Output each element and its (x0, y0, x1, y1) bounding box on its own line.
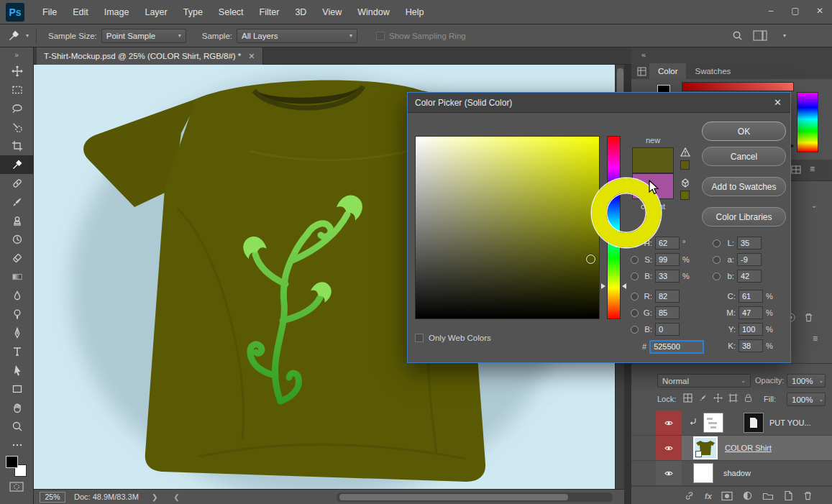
hue-slider-right-arrow-icon[interactable] (622, 283, 626, 289)
horizontal-scrollbar-thumb[interactable] (339, 494, 568, 500)
hue-slider-left-arrow-icon[interactable] (601, 283, 605, 289)
hand-tool[interactable] (0, 398, 34, 417)
dialog-close-icon[interactable]: ✕ (774, 97, 782, 108)
layer-name[interactable]: COLOR Shirt (725, 444, 772, 452)
layers-panel-menu-icon[interactable]: ≡ (813, 334, 818, 344)
web-safe-warning-icon[interactable] (680, 178, 690, 188)
b2-radio[interactable] (631, 326, 639, 334)
color-libraries-button[interactable]: Color Libraries (702, 207, 786, 226)
blend-mode-dropdown[interactable]: Normal ⌄ (657, 374, 751, 388)
path-selection-tool[interactable] (0, 361, 34, 380)
layer-name[interactable]: shadow (723, 469, 751, 477)
show-sampling-ring-checkbox[interactable] (376, 32, 385, 40)
lock-pixels-icon[interactable] (698, 393, 708, 403)
s-input[interactable] (655, 253, 680, 266)
red-channel-ramp[interactable] (682, 82, 794, 91)
menu-3d[interactable]: 3D (287, 0, 314, 24)
dock-collapse-chevrons[interactable]: « (641, 50, 646, 59)
saturation-brightness-field[interactable] (415, 136, 600, 319)
c-input[interactable] (739, 290, 763, 303)
layer-style-fx-button[interactable]: fx (705, 492, 712, 500)
swatch-grid-icon[interactable] (791, 165, 801, 174)
panel-menu-icon[interactable]: ≡ (810, 164, 815, 174)
fill-dropdown[interactable]: 100% ⌄ (787, 393, 826, 406)
minimize-button[interactable]: – (759, 0, 783, 22)
h-input[interactable] (655, 237, 680, 249)
brush-tool[interactable] (0, 193, 34, 211)
layer-row-color-shirt[interactable]: COLOR Shirt (631, 436, 832, 461)
menu-help[interactable]: Help (398, 0, 432, 24)
tab-swatches[interactable]: Swatches (686, 63, 739, 79)
blur-tool[interactable] (0, 286, 34, 305)
scroll-left-arrow-icon[interactable]: ❮ (173, 493, 179, 501)
tab-close-icon[interactable]: ✕ (248, 52, 255, 61)
eyedropper-options-icon[interactable] (7, 29, 20, 42)
lab-b-input[interactable] (737, 270, 762, 283)
pen-tool[interactable] (0, 324, 34, 342)
new-group-icon[interactable] (762, 491, 774, 500)
g-radio[interactable] (631, 309, 639, 317)
menu-filter[interactable]: Filter (252, 0, 288, 24)
edit-toolbar-button[interactable] (0, 436, 34, 454)
close-button[interactable]: ✕ (808, 0, 832, 22)
ok-button[interactable]: OK (702, 122, 786, 141)
clone-stamp-tool[interactable] (0, 211, 34, 230)
menu-select[interactable]: Select (211, 0, 252, 24)
hex-input[interactable] (649, 340, 704, 354)
zoom-level-field[interactable]: 25% (40, 492, 65, 503)
a-radio[interactable] (713, 256, 721, 264)
menu-file[interactable]: File (35, 0, 65, 24)
add-to-swatches-button[interactable]: Add to Swatches (702, 177, 786, 196)
foreground-color-swatch[interactable] (6, 456, 18, 468)
r-input[interactable] (655, 290, 680, 303)
quick-mask-button[interactable] (9, 482, 24, 492)
adjustment-layer-icon[interactable] (742, 490, 753, 501)
workspace-caret-icon[interactable]: ▾ (783, 32, 786, 39)
zoom-tool[interactable] (0, 417, 34, 436)
tab-color[interactable]: Color (649, 63, 686, 79)
layer-visibility-toggle[interactable] (656, 461, 682, 485)
search-icon[interactable] (732, 30, 743, 41)
layer-mask-thumbnail[interactable] (703, 413, 723, 433)
layer-row-shadow[interactable]: shadow (631, 461, 832, 486)
document-tab[interactable]: T-Shirt-Mockup.psd @ 25% (COLOR Shirt, R… (37, 47, 263, 65)
lock-all-icon[interactable] (744, 393, 753, 403)
only-web-colors-checkbox[interactable] (415, 334, 424, 342)
b2-input[interactable] (655, 323, 680, 336)
lock-position-icon[interactable] (713, 393, 723, 403)
healing-brush-tool[interactable] (0, 174, 34, 193)
sample-dropdown[interactable]: All Layers ▾ (237, 29, 357, 43)
menu-layer[interactable]: Layer (137, 0, 175, 24)
layer-name[interactable]: PUT YOU... (769, 418, 811, 427)
color-ramp-strip[interactable] (797, 92, 818, 152)
lock-artboard-icon[interactable] (728, 393, 738, 403)
trash-icon[interactable] (803, 312, 814, 323)
crop-tool[interactable] (0, 137, 34, 155)
a-input[interactable] (737, 253, 762, 266)
lab-b-radio[interactable] (713, 272, 721, 280)
m-input[interactable] (739, 306, 763, 319)
rectangle-tool[interactable] (0, 380, 34, 398)
menu-type[interactable]: Type (175, 0, 211, 24)
layer-row-put-you[interactable]: PUT YOU... (631, 411, 832, 436)
b-input[interactable] (655, 270, 680, 283)
dialog-title-bar[interactable]: Color Picker (Solid Color) ✕ (408, 93, 790, 113)
layer-thumbnail[interactable] (693, 463, 713, 483)
opacity-dropdown[interactable]: 100% ⌄ (787, 374, 826, 388)
gradient-tool[interactable] (0, 267, 34, 286)
layer-thumbnail[interactable] (693, 436, 718, 459)
history-brush-tool[interactable] (0, 230, 34, 249)
maximize-button[interactable]: ▢ (783, 0, 808, 22)
r-radio[interactable] (631, 293, 639, 301)
layer-thumbnail[interactable] (744, 413, 764, 433)
status-options-chevron-icon[interactable]: ❯ (152, 493, 157, 501)
horizontal-scrollbar[interactable] (337, 492, 613, 502)
link-layers-icon[interactable] (685, 490, 695, 501)
layer-visibility-toggle[interactable] (656, 411, 682, 435)
web-safe-color-swatch[interactable] (680, 191, 690, 200)
b-radio[interactable] (631, 272, 639, 280)
color-field-marker[interactable] (586, 255, 595, 264)
menu-image[interactable]: Image (96, 0, 137, 24)
menu-view[interactable]: View (314, 0, 349, 24)
eraser-tool[interactable] (0, 249, 34, 267)
